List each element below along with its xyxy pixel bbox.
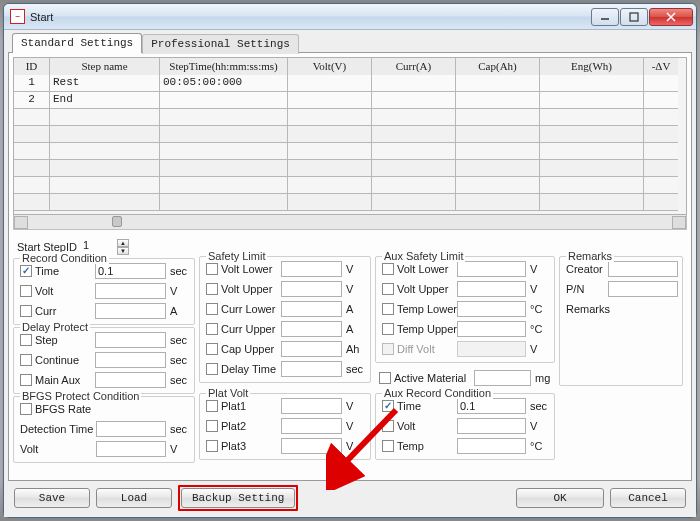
- cell-eng[interactable]: [540, 126, 644, 143]
- ok-button[interactable]: OK: [516, 488, 604, 508]
- cell-name[interactable]: Rest: [50, 75, 160, 92]
- cell-curr[interactable]: [372, 177, 456, 194]
- table-row[interactable]: [14, 160, 686, 177]
- ar-time-input[interactable]: 0.1: [457, 398, 526, 414]
- cell-cap[interactable]: [456, 143, 540, 160]
- cell-volt[interactable]: [288, 75, 372, 92]
- rec-volt-checkbox[interactable]: [20, 285, 32, 297]
- cell-volt[interactable]: [288, 126, 372, 143]
- cell-id[interactable]: [14, 143, 50, 160]
- cell-curr[interactable]: [372, 194, 456, 211]
- close-button[interactable]: [649, 8, 693, 26]
- rec-curr-checkbox[interactable]: [20, 305, 32, 317]
- table-row[interactable]: [14, 109, 686, 126]
- cell-time[interactable]: [160, 143, 288, 160]
- table-row[interactable]: 2End: [14, 92, 686, 109]
- ar-volt-input[interactable]: [457, 418, 526, 434]
- cell-name[interactable]: [50, 143, 160, 160]
- cell-volt[interactable]: [288, 92, 372, 109]
- cell-volt[interactable]: [288, 143, 372, 160]
- cell-cap[interactable]: [456, 126, 540, 143]
- sl-vupper-checkbox[interactable]: [206, 283, 218, 295]
- load-button[interactable]: Load: [96, 488, 172, 508]
- asl-vupper-input[interactable]: [457, 281, 526, 297]
- cell-name[interactable]: End: [50, 92, 160, 109]
- cell-eng[interactable]: [540, 160, 644, 177]
- rec-volt-input[interactable]: [95, 283, 166, 299]
- asl-tlower-checkbox[interactable]: [382, 303, 394, 315]
- cell-id[interactable]: [14, 160, 50, 177]
- cell-id[interactable]: [14, 109, 50, 126]
- sl-cupper-checkbox[interactable]: [206, 323, 218, 335]
- bfgs-detect-input[interactable]: [96, 421, 166, 437]
- plat3-input[interactable]: [281, 438, 342, 454]
- cell-volt[interactable]: [288, 160, 372, 177]
- cell-eng[interactable]: [540, 177, 644, 194]
- scroll-left-arrow[interactable]: [14, 216, 28, 229]
- bfgs-volt-input[interactable]: [96, 441, 166, 457]
- scroll-right-arrow[interactable]: [672, 216, 686, 229]
- plat1-checkbox[interactable]: [206, 400, 218, 412]
- cell-dv[interactable]: [644, 92, 678, 109]
- grid-hscrollbar[interactable]: [13, 215, 687, 230]
- table-row[interactable]: [14, 126, 686, 143]
- cell-dv[interactable]: [644, 109, 678, 126]
- cell-dv[interactable]: [644, 160, 678, 177]
- asl-vupper-checkbox[interactable]: [382, 283, 394, 295]
- cell-time[interactable]: [160, 109, 288, 126]
- table-row[interactable]: [14, 194, 686, 211]
- sl-capupper-input[interactable]: [281, 341, 342, 357]
- sl-capupper-checkbox[interactable]: [206, 343, 218, 355]
- table-row[interactable]: [14, 143, 686, 160]
- cell-name[interactable]: [50, 160, 160, 177]
- cell-curr[interactable]: [372, 109, 456, 126]
- bfgs-rate-checkbox[interactable]: [20, 403, 32, 415]
- sl-vupper-input[interactable]: [281, 281, 342, 297]
- dp-cont-checkbox[interactable]: [20, 354, 32, 366]
- cell-cap[interactable]: [456, 194, 540, 211]
- maximize-button[interactable]: [620, 8, 648, 26]
- asl-tupper-checkbox[interactable]: [382, 323, 394, 335]
- sl-vlower-checkbox[interactable]: [206, 263, 218, 275]
- backup-setting-button[interactable]: Backup Setting: [181, 488, 295, 508]
- steps-grid[interactable]: ID Step name StepTime(hh:mm:ss:ms) Volt(…: [13, 57, 687, 215]
- cell-time[interactable]: 00:05:00:000: [160, 75, 288, 92]
- cell-volt[interactable]: [288, 109, 372, 126]
- table-row[interactable]: 1Rest00:05:00:000: [14, 75, 686, 92]
- sl-delay-input[interactable]: [281, 361, 342, 377]
- cell-time[interactable]: [160, 194, 288, 211]
- sl-vlower-input[interactable]: [281, 261, 342, 277]
- scroll-thumb[interactable]: [112, 216, 122, 227]
- ar-temp-input[interactable]: [457, 438, 526, 454]
- cell-curr[interactable]: [372, 92, 456, 109]
- active-material-checkbox[interactable]: [379, 372, 391, 384]
- cell-name[interactable]: [50, 194, 160, 211]
- cell-time[interactable]: [160, 126, 288, 143]
- cell-cap[interactable]: [456, 177, 540, 194]
- cell-id[interactable]: [14, 194, 50, 211]
- sl-clower-input[interactable]: [281, 301, 342, 317]
- plat1-input[interactable]: [281, 398, 342, 414]
- cell-eng[interactable]: [540, 92, 644, 109]
- pn-input[interactable]: [608, 281, 678, 297]
- asl-vlower-checkbox[interactable]: [382, 263, 394, 275]
- cell-id[interactable]: 1: [14, 75, 50, 92]
- cell-dv[interactable]: [644, 177, 678, 194]
- rec-time-checkbox[interactable]: [20, 265, 32, 277]
- creator-input[interactable]: [608, 261, 678, 277]
- cell-time[interactable]: [160, 177, 288, 194]
- ar-temp-checkbox[interactable]: [382, 440, 394, 452]
- spin-down-icon[interactable]: ▼: [117, 247, 129, 255]
- cell-eng[interactable]: [540, 143, 644, 160]
- cell-name[interactable]: [50, 177, 160, 194]
- sl-delay-checkbox[interactable]: [206, 363, 218, 375]
- ar-time-checkbox[interactable]: [382, 400, 394, 412]
- dp-cont-input[interactable]: [95, 352, 166, 368]
- cell-id[interactable]: [14, 126, 50, 143]
- dp-step-input[interactable]: [95, 332, 166, 348]
- asl-vlower-input[interactable]: [457, 261, 526, 277]
- tab-standard-settings[interactable]: Standard Settings: [12, 33, 142, 53]
- asl-tlower-input[interactable]: [457, 301, 526, 317]
- sl-clower-checkbox[interactable]: [206, 303, 218, 315]
- dp-main-input[interactable]: [95, 372, 166, 388]
